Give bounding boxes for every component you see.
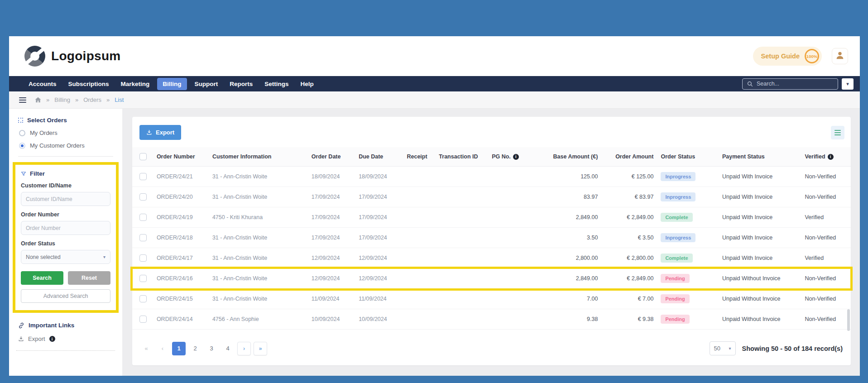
table-row-order-24-16: ORDER/24/1631 - Ann-Cristin Woite12/09/2…	[132, 268, 851, 289]
cell-receipt	[403, 289, 435, 309]
order-status-select[interactable]: None selected ▾	[21, 250, 110, 264]
search-input[interactable]	[757, 81, 833, 87]
radio-unselected-icon[interactable]	[19, 130, 25, 136]
nav-item-settings[interactable]: Settings	[259, 76, 294, 91]
pagination-prev[interactable]: ‹	[156, 342, 169, 355]
row-checkbox[interactable]	[139, 214, 147, 221]
pagination-first[interactable]: «	[139, 342, 153, 355]
nav-item-help[interactable]: Help	[295, 76, 320, 91]
cell-payment-status: Unpaid Without Invoice	[719, 268, 801, 289]
sidebar-export-link[interactable]: Export i	[18, 335, 113, 342]
logo[interactable]: Logoipsum	[24, 46, 121, 67]
radio-option-my-customer-orders[interactable]: My Customer Orders	[18, 142, 113, 149]
orders-card: Export Order NumberCustomer InformationO…	[132, 117, 851, 365]
row-checkbox[interactable]	[139, 254, 147, 262]
home-icon[interactable]	[35, 97, 41, 103]
row-checkbox[interactable]	[139, 193, 147, 201]
page-size-select[interactable]: 50 ▾	[710, 341, 736, 355]
reset-button[interactable]: Reset	[68, 271, 110, 285]
cell-verified: Non-Verified	[801, 309, 851, 330]
cell-receipt	[403, 309, 435, 330]
cell-verified: Verified	[801, 248, 851, 268]
breadcrumb: » Billing » Orders » List	[9, 91, 860, 109]
cell-pg-no	[488, 207, 535, 228]
cell-order-date: 12/09/2024	[308, 268, 355, 289]
nav-dropdown-button[interactable]: ▾	[842, 78, 854, 90]
row-checkbox[interactable]	[139, 295, 147, 302]
cell-order-number: ORDER/24/17	[153, 248, 209, 268]
cell-customer: 31 - Ann-Cristin Woite	[209, 268, 308, 289]
cell-pg-no	[488, 268, 535, 289]
cell-order-date: 18/09/2024	[308, 167, 355, 187]
cell-order-amount: € 125.00	[601, 167, 657, 187]
cell-verified: Non-Verified	[801, 167, 851, 187]
pagination-page-4[interactable]: 4	[221, 342, 235, 355]
download-icon	[146, 129, 152, 135]
link-icon	[18, 322, 24, 329]
breadcrumb-orders[interactable]: Orders	[83, 96, 101, 103]
cell-due-date: 17/09/2024	[355, 207, 403, 228]
nav-search[interactable]	[742, 78, 838, 90]
nav-item-support[interactable]: Support	[189, 76, 224, 91]
table-row-order-24-17: ORDER/24/1731 - Ann-Cristin Woite12/09/2…	[132, 248, 851, 268]
page-size-value: 50	[714, 345, 720, 352]
cell-order-number: ORDER/24/18	[153, 228, 209, 248]
sidebar: Select Orders My OrdersMy Customer Order…	[9, 109, 122, 376]
cell-verified: Non-Verified	[801, 268, 851, 289]
info-icon[interactable]: i	[49, 336, 55, 342]
caret-down-icon: ▾	[729, 346, 731, 351]
pagination-page-1[interactable]: 1	[172, 342, 186, 355]
cell-payment-status: Unpaid Without Invoice	[719, 289, 801, 309]
breadcrumb-separator: »	[46, 96, 49, 103]
advanced-search-button[interactable]: Advanced Search	[21, 289, 110, 303]
nav-item-billing[interactable]: Billing	[157, 78, 187, 90]
radio-label: My Customer Orders	[30, 142, 85, 149]
nav-item-reports[interactable]: Reports	[224, 76, 259, 91]
pagination-next[interactable]: ›	[237, 342, 251, 355]
column-header-order-amount: Order Amount	[601, 147, 657, 167]
main-content: Export Order NumberCustomer InformationO…	[122, 109, 860, 376]
scrollbar-thumb[interactable]	[847, 309, 850, 331]
main-nav: AccountsSubscriptionsMarketingBillingSup…	[9, 76, 860, 91]
order-number-input[interactable]	[21, 221, 110, 235]
info-icon[interactable]: i	[513, 154, 519, 160]
nav-item-accounts[interactable]: Accounts	[23, 76, 62, 91]
nav-item-marketing[interactable]: Marketing	[115, 76, 156, 91]
row-checkbox[interactable]	[139, 173, 147, 180]
cell-due-date: 11/09/2024	[355, 289, 403, 309]
cell-base-amount: 2,800.00	[535, 248, 601, 268]
select-all-checkbox[interactable]	[139, 153, 147, 160]
order-number-label: Order Number	[21, 211, 110, 218]
info-icon[interactable]: i	[828, 154, 834, 160]
pagination-page-3[interactable]: 3	[205, 342, 218, 355]
search-icon	[747, 81, 753, 87]
radio-label: My Orders	[30, 129, 58, 136]
sidebar-toggle-icon[interactable]	[19, 97, 26, 103]
app-window: Logoipsum Setup Guide 100% AccountsSubsc…	[9, 36, 860, 376]
cell-receipt	[403, 228, 435, 248]
row-checkbox[interactable]	[139, 234, 147, 241]
column-settings-button[interactable]	[831, 126, 844, 139]
column-header-order-status: Order Status	[657, 147, 719, 167]
status-badge: Inprogress	[661, 192, 695, 201]
cell-receipt	[403, 207, 435, 228]
breadcrumb-list[interactable]: List	[115, 96, 124, 103]
pagination-last[interactable]: »	[254, 342, 267, 355]
breadcrumb-separator: »	[75, 96, 78, 103]
user-avatar[interactable]	[832, 48, 848, 64]
search-button[interactable]: Search	[21, 271, 63, 285]
setup-guide-button[interactable]: Setup Guide 100%	[753, 47, 822, 66]
radio-selected-icon[interactable]	[19, 143, 25, 149]
export-button[interactable]: Export	[139, 125, 181, 140]
radio-option-my-orders[interactable]: My Orders	[18, 129, 113, 136]
nav-item-subscriptions[interactable]: Subscriptions	[62, 76, 115, 91]
customer-id-input[interactable]	[21, 192, 110, 206]
cell-receipt	[403, 167, 435, 187]
orders-table: Order NumberCustomer InformationOrder Da…	[132, 147, 851, 330]
cell-verified: Verified	[801, 207, 851, 228]
cell-order-date: 17/09/2024	[308, 187, 355, 207]
pagination-page-2[interactable]: 2	[188, 342, 202, 355]
row-checkbox[interactable]	[139, 316, 147, 323]
breadcrumb-billing[interactable]: Billing	[54, 96, 70, 103]
row-checkbox[interactable]	[139, 275, 147, 282]
